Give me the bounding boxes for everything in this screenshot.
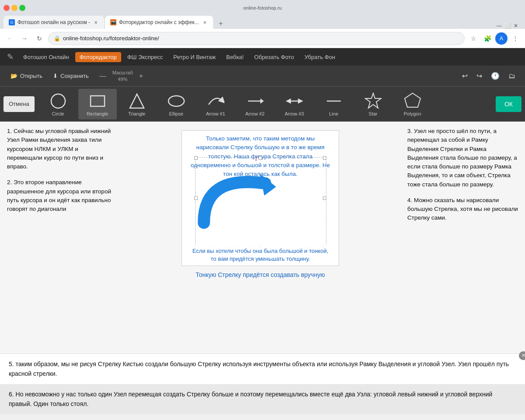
save-button[interactable]: ⬇ Сохранить bbox=[49, 71, 92, 81]
arrow2-icon bbox=[246, 92, 264, 110]
tab-2-label: Фоторедактор онлайн с эффек... bbox=[119, 19, 199, 25]
canvas-text-bottom: Если вы хотели чтобы она была большой и … bbox=[182, 245, 339, 266]
shape-star[interactable]: Star bbox=[354, 89, 392, 119]
left-text-2: 2. Это второе направление разрешенное дл… bbox=[7, 178, 113, 214]
svg-marker-2 bbox=[130, 94, 144, 108]
nav-crop[interactable]: Обрезать Фото bbox=[250, 52, 298, 62]
canvas-area[interactable]: Только заметим, что таким методом мы нар… bbox=[182, 130, 339, 266]
minimize-btn[interactable] bbox=[11, 5, 18, 11]
handle-tc[interactable] bbox=[259, 156, 262, 160]
shape-selector: Отмена Circle Rectangle Triangle bbox=[0, 87, 525, 122]
main-content: 1. Сейчас мы угловой правый нижний Узел … bbox=[0, 122, 525, 354]
svg-marker-11 bbox=[405, 93, 420, 107]
tab-2[interactable]: 📷 Фоторедактор онлайн с эффек... ✕ bbox=[105, 16, 213, 29]
title-bar: online-fotoshop.ru bbox=[0, 0, 525, 16]
history-button[interactable]: 🕐 bbox=[488, 70, 502, 82]
arrow3-label: Arrow #3 bbox=[285, 111, 304, 116]
star-shape-icon bbox=[364, 92, 382, 110]
undo-button[interactable]: ↩ bbox=[459, 70, 470, 82]
url-text: online-fotoshop.ru/fotoredaktor-online/ bbox=[63, 35, 159, 42]
arrow2-label: Arrow #2 bbox=[245, 111, 265, 116]
tab-2-favicon: 📷 bbox=[110, 19, 116, 25]
nav-bg[interactable]: Убрать Фон bbox=[300, 52, 340, 62]
window-title: online-fotoshop.ru bbox=[243, 5, 282, 10]
arrow1-label: Arrow #1 bbox=[206, 111, 225, 116]
browser-toolbar-icons: ☆ 🧩 A ⋮ bbox=[467, 32, 522, 45]
shape-arrow2[interactable]: Arrow #2 bbox=[236, 89, 274, 119]
handle-tl[interactable] bbox=[194, 156, 198, 160]
redo-button[interactable]: ↪ bbox=[474, 70, 485, 82]
tab-1-label: Фотошоп онлайн на русском - bbox=[18, 19, 90, 25]
right-text-1: 3. Узел не просто шёл по пути, а перемещ… bbox=[407, 127, 518, 189]
circle-icon bbox=[49, 92, 67, 110]
line-label: Line bbox=[329, 111, 338, 116]
handle-tr[interactable] bbox=[323, 156, 326, 160]
star-icon[interactable]: ☆ bbox=[467, 32, 480, 45]
pencil-nav-icon: ✎ bbox=[7, 52, 14, 62]
zoom-in-button[interactable]: + bbox=[136, 71, 147, 81]
open-button[interactable]: 📂 Открыть bbox=[7, 71, 46, 81]
shape-arrow1[interactable]: Arrow #1 bbox=[196, 89, 235, 119]
ok-button[interactable]: ОК bbox=[496, 96, 522, 112]
back-button[interactable]: ← bbox=[4, 32, 16, 45]
scale-control: — Масштаб 49% + bbox=[96, 70, 147, 82]
tab-1-close[interactable]: ✕ bbox=[93, 19, 99, 25]
ellipse-icon bbox=[167, 92, 186, 110]
browser-restore-icon[interactable]: ⬜ bbox=[504, 23, 511, 29]
shape-triangle[interactable]: Triangle bbox=[118, 89, 156, 119]
browser-close-icon[interactable]: ✕ bbox=[514, 23, 518, 29]
nav-fotoredaktor[interactable]: Фоторедактор bbox=[75, 52, 121, 62]
new-tab-button[interactable]: + bbox=[216, 18, 226, 29]
close-overlay-button[interactable]: ✕ bbox=[519, 351, 525, 360]
tab-1-favicon: G bbox=[9, 19, 15, 25]
right-text-2: 4. Можно сказать мы нарисовали большую С… bbox=[407, 196, 518, 223]
tab-1[interactable]: G Фотошоп онлайн на русском - ✕ bbox=[4, 16, 104, 29]
pink-arrow-top: ↓ bbox=[254, 154, 258, 163]
shape-arrow3[interactable]: Arrow #3 bbox=[275, 89, 314, 119]
address-bar[interactable]: 🔒 online-fotoshop.ru/fotoredaktor-online… bbox=[48, 32, 465, 45]
triangle-icon bbox=[128, 92, 146, 110]
nav-express[interactable]: ФШ Экспресс bbox=[123, 52, 168, 62]
handle-lc[interactable] bbox=[194, 196, 198, 200]
nav-webcam[interactable]: Вебка! bbox=[222, 52, 248, 62]
shape-line[interactable]: Line bbox=[315, 89, 353, 119]
shape-ellipse[interactable]: Ellipse bbox=[157, 89, 196, 119]
tab-bar: G Фотошоп онлайн на русском - ✕ 📷 Фоторе… bbox=[0, 16, 525, 29]
profile-icon[interactable]: A bbox=[495, 32, 508, 45]
menu-icon[interactable]: ⋮ bbox=[509, 32, 522, 45]
shape-polygon[interactable]: Polygon bbox=[393, 89, 432, 119]
refresh-button[interactable]: ↻ bbox=[33, 32, 46, 45]
open-icon: 📂 bbox=[10, 73, 18, 79]
cancel-button[interactable]: Отмена bbox=[4, 96, 35, 112]
editor-toolbar: 📂 Открыть ⬇ Сохранить — Масштаб 49% + ↩ … bbox=[0, 66, 525, 87]
nav-retro[interactable]: Ретро И Винтаж bbox=[169, 52, 220, 62]
right-panel: 3. Узел не просто шёл по пути, а перемещ… bbox=[400, 122, 525, 354]
zoom-out-button[interactable]: — bbox=[96, 71, 110, 81]
lock-icon: 🔒 bbox=[54, 35, 60, 42]
shape-circle[interactable]: Circle bbox=[39, 89, 77, 119]
forward-button[interactable]: → bbox=[18, 32, 31, 45]
nav-fotoshop[interactable]: Фотошоп Онлайн bbox=[19, 52, 74, 62]
extension-icon[interactable]: 🧩 bbox=[481, 32, 494, 45]
maximize-btn[interactable] bbox=[19, 5, 25, 11]
handle-rc[interactable] bbox=[323, 196, 326, 200]
shape-rectangle[interactable]: Rectangle bbox=[78, 89, 117, 119]
tab-2-close[interactable]: ✕ bbox=[202, 19, 208, 25]
svg-marker-10 bbox=[365, 93, 381, 108]
browser-minimize-icon[interactable]: — bbox=[497, 23, 502, 29]
svg-marker-8 bbox=[286, 98, 291, 104]
svg-point-0 bbox=[51, 94, 65, 108]
browser-toolbar: ← → ↻ 🔒 online-fotoshop.ru/fotoredaktor-… bbox=[0, 29, 525, 48]
save-icon: ⬇ bbox=[53, 73, 58, 79]
polygon-label: Polygon bbox=[404, 111, 421, 116]
ellipse-label: Ellipse bbox=[169, 111, 183, 116]
circle-label: Circle bbox=[52, 111, 64, 116]
polygon-icon bbox=[403, 92, 422, 110]
bottom-panel-1: 5. таким образом, мы не рисуя Стрелку Ки… bbox=[0, 354, 525, 384]
browser-chrome: online-fotoshop.ru G Фотошоп онлайн на р… bbox=[0, 0, 525, 48]
close-window-btn[interactable] bbox=[4, 5, 10, 11]
left-text-1: 1. Сейчас мы угловой правый нижний Узел … bbox=[7, 127, 113, 171]
triangle-label: Triangle bbox=[128, 111, 145, 116]
left-panel: 1. Сейчас мы угловой правый нижний Узел … bbox=[0, 122, 120, 354]
layers-button[interactable]: 🗂 bbox=[506, 70, 518, 82]
